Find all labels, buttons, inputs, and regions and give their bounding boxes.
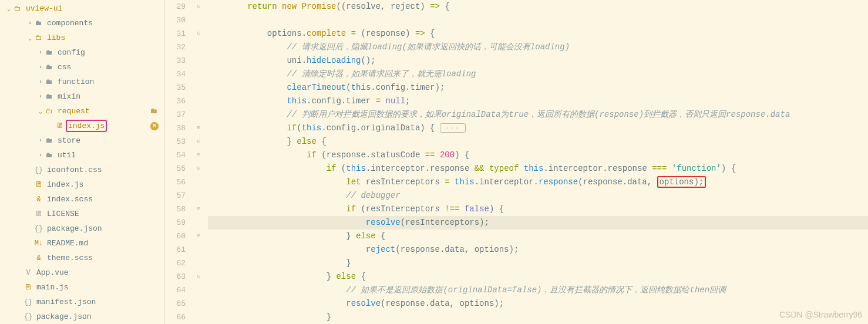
tree-item-iconfont-css[interactable]: {}iconfont.css bbox=[0, 163, 164, 177]
tree-item-store[interactable]: ›🖿store bbox=[0, 133, 164, 148]
chevron-right-icon[interactable]: › bbox=[26, 20, 34, 26]
folder-closed-icon: 🖿 bbox=[45, 136, 54, 146]
code-line[interactable]: reject(response.data, options); bbox=[208, 243, 868, 256]
fold-collapse-icon[interactable]: ⊟ bbox=[194, 203, 203, 216]
file-json-icon: {} bbox=[23, 312, 33, 322]
fold-collapse-icon[interactable]: ⊟ bbox=[194, 148, 203, 162]
fold-spacer bbox=[194, 297, 203, 310]
code-line[interactable]: resolve(resInterceptors); bbox=[208, 216, 868, 230]
tree-root[interactable]: ⌄ 🗀 uview-ui bbox=[0, 1, 164, 16]
tree-item-index-js[interactable]: 🖹index.jsM bbox=[0, 119, 164, 133]
folder-closed-icon: 🖿 bbox=[45, 48, 54, 58]
tree-label: function bbox=[58, 77, 160, 86]
line-number: 31 bbox=[165, 27, 186, 41]
fold-gutter[interactable]: ⊟⊟⊞⊟⊟⊟⊟⊟⊟ bbox=[194, 0, 203, 324]
fold-spacer bbox=[194, 81, 203, 95]
code-line[interactable]: } else { bbox=[208, 135, 868, 148]
code-line[interactable]: resolve(response.data, options); bbox=[208, 297, 868, 310]
tree-item-function[interactable]: ›🖿function bbox=[0, 75, 164, 89]
code-line[interactable]: if (response.statusCode == 200) { bbox=[208, 148, 868, 162]
code-line[interactable] bbox=[208, 14, 868, 27]
code-line[interactable]: clearTimeout(this.config.timer); bbox=[208, 81, 868, 95]
chevron-right-icon[interactable]: › bbox=[36, 152, 45, 158]
chevron-right-icon[interactable]: › bbox=[36, 49, 45, 56]
fold-spacer bbox=[194, 176, 203, 189]
tree-item-libs[interactable]: ⌄🗀libs bbox=[0, 31, 164, 45]
chevron-right-icon[interactable]: › bbox=[36, 137, 45, 144]
line-number: 37 bbox=[165, 108, 186, 122]
tree-item-readme-md[interactable]: M↓README.md bbox=[0, 236, 164, 251]
line-number: 55 bbox=[165, 162, 186, 176]
code-line[interactable]: // 清除定时器，如果请求回来了，就无需loading bbox=[208, 68, 868, 81]
file-md-icon: M↓ bbox=[34, 239, 43, 248]
code-line[interactable]: if(this.config.originalData) { ··· bbox=[208, 122, 868, 135]
fold-spacer bbox=[194, 243, 203, 256]
tree-item-index-scss[interactable]: &index.scss bbox=[0, 192, 164, 207]
code-line[interactable]: let resInterceptors = this.interceptor.r… bbox=[208, 176, 868, 189]
code-line[interactable]: this.config.timer = null; bbox=[208, 95, 868, 108]
tree-item-manifest-json[interactable]: {}manifest.json bbox=[0, 295, 164, 309]
code-line[interactable]: return new Promise((resolve, reject) => … bbox=[208, 0, 868, 14]
tree-item-package-json[interactable]: {}package.json bbox=[0, 309, 164, 324]
folder-closed-icon: 🖿 bbox=[45, 63, 54, 72]
file-js-icon: 🖹 bbox=[23, 283, 33, 292]
fold-collapse-icon[interactable]: ⊟ bbox=[194, 162, 203, 176]
code-line[interactable]: } else { bbox=[208, 270, 868, 284]
code-line[interactable]: // 请求返回后，隐藏loading(如果请求返回快的话，可能会没有loadin… bbox=[208, 41, 868, 54]
tree-item-main-js[interactable]: 🖹main.js bbox=[0, 280, 164, 295]
tree-item-package-json[interactable]: {}package.json bbox=[0, 221, 164, 236]
folder-open-icon: 🗀 bbox=[13, 4, 22, 14]
code-line[interactable]: if (this.interceptor.response && typeof … bbox=[208, 162, 868, 176]
fold-spacer bbox=[194, 54, 203, 68]
file-orange-icon: 🖹 bbox=[55, 122, 65, 131]
file-json-icon: {} bbox=[23, 298, 33, 307]
chevron-right-icon[interactable]: › bbox=[36, 64, 45, 70]
fold-collapse-icon[interactable]: ⊟ bbox=[194, 270, 203, 284]
tree-label: App.vue bbox=[36, 268, 160, 277]
tree-item-app-vue[interactable]: VApp.vue bbox=[0, 265, 164, 280]
code-line[interactable]: } bbox=[208, 310, 868, 324]
fold-spacer bbox=[194, 310, 203, 324]
file-scss-icon: & bbox=[34, 254, 43, 263]
code-line[interactable]: uni.hideLoading(); bbox=[208, 54, 868, 68]
fold-collapse-icon[interactable]: ⊟ bbox=[194, 230, 203, 243]
chevron-down-icon[interactable]: ⌄ bbox=[36, 108, 45, 115]
code-area[interactable]: return new Promise((resolve, reject) => … bbox=[203, 0, 868, 324]
file-icon: 🖹 bbox=[34, 210, 43, 219]
line-number: 34 bbox=[165, 68, 186, 81]
line-number: 30 bbox=[165, 14, 186, 27]
code-line[interactable]: } bbox=[208, 256, 868, 270]
chevron-down-icon[interactable]: ⌄ bbox=[26, 35, 34, 42]
code-line[interactable]: // 判断用户对拦截返回数据的要求，如果originalData为true，返回… bbox=[208, 108, 868, 122]
fold-collapse-icon[interactable]: ⊟ bbox=[194, 27, 203, 41]
fold-placeholder[interactable]: ··· bbox=[440, 123, 466, 133]
tree-label: util bbox=[58, 151, 160, 160]
code-line[interactable]: options.complete = (response) => { bbox=[208, 27, 868, 41]
line-number: 63 bbox=[165, 270, 186, 284]
tree-item-config[interactable]: ›🖿config bbox=[0, 45, 164, 60]
tree-item-request[interactable]: ⌄🗀request🖿 bbox=[0, 104, 164, 119]
code-line[interactable]: if (resInterceptors !== false) { bbox=[208, 203, 868, 216]
code-line[interactable]: // 如果不是返回原始数据(originalData=false)，且没有拦截器… bbox=[208, 284, 868, 297]
highlight-annotation: options); bbox=[657, 176, 706, 188]
fold-collapse-icon[interactable]: ⊟ bbox=[194, 135, 203, 148]
tree-item-index-js[interactable]: 🖹index.js bbox=[0, 177, 164, 192]
tree-item-css[interactable]: ›🖿css bbox=[0, 60, 164, 75]
tree-item-theme-scss[interactable]: &theme.scss bbox=[0, 251, 164, 265]
fold-collapse-icon[interactable]: ⊟ bbox=[194, 0, 203, 14]
tree-item-components[interactable]: ›🖿components bbox=[0, 16, 164, 31]
code-line[interactable]: } else { bbox=[208, 230, 868, 243]
fold-expand-icon[interactable]: ⊞ bbox=[194, 122, 203, 135]
file-explorer[interactable]: ⌄ 🗀 uview-ui ›🖿components⌄🗀libs›🖿config›… bbox=[0, 0, 165, 324]
tree-item-mixin[interactable]: ›🖿mixin bbox=[0, 89, 164, 104]
tree-item-license[interactable]: 🖹LICENSE bbox=[0, 207, 164, 221]
code-editor[interactable]: 2930313233343536373853545556575859606162… bbox=[165, 0, 868, 324]
tree-item-util[interactable]: ›🖿util bbox=[0, 148, 164, 163]
chevron-right-icon[interactable]: › bbox=[36, 93, 45, 100]
code-line[interactable]: // debugger bbox=[208, 189, 868, 203]
fold-spacer bbox=[194, 95, 203, 108]
tree-label: index.js bbox=[47, 180, 160, 189]
chevron-right-icon[interactable]: › bbox=[36, 79, 45, 85]
tree-label: package.json bbox=[36, 312, 160, 321]
tree-label: request bbox=[58, 107, 150, 116]
